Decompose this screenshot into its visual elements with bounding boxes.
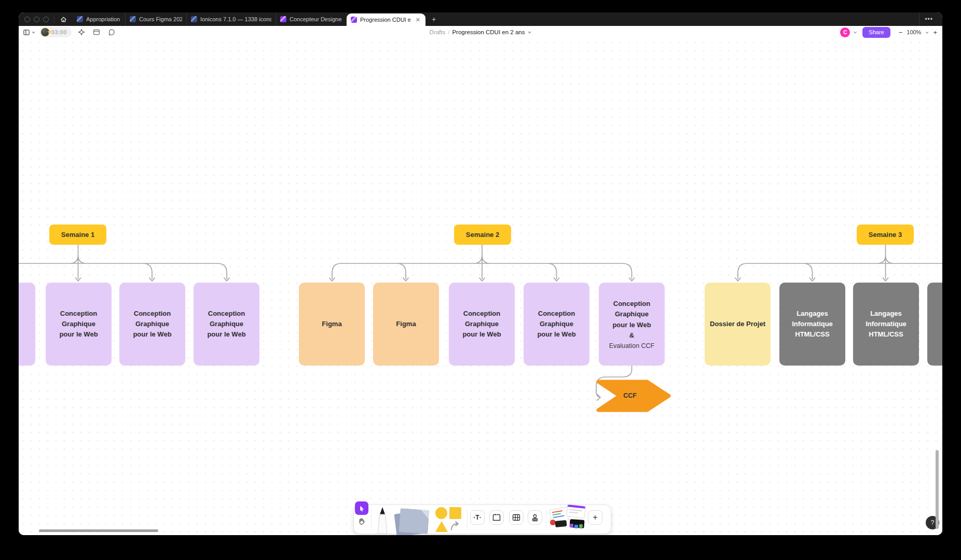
main-menu-button[interactable]	[23, 29, 35, 36]
figjam-canvas[interactable]: Semaine 1 Semaine 2 Semaine 3 Conception…	[19, 38, 942, 535]
table-tool[interactable]	[509, 510, 524, 525]
home-icon	[60, 16, 67, 23]
figma-file-icon	[280, 16, 286, 22]
tab-label: Concepteur Designer UI	[290, 16, 342, 22]
tab-progression-active[interactable]: Progression CDUI en 2 ans ✕	[347, 13, 425, 26]
course-box[interactable]: Langages Informatique HTML/CSS	[779, 283, 845, 366]
week-header-1[interactable]: Semaine 1	[49, 225, 106, 245]
template-thumbnail	[566, 504, 586, 519]
star-icon: ★	[47, 29, 52, 35]
select-tool[interactable]	[355, 501, 368, 515]
close-tab-icon[interactable]: ✕	[415, 17, 421, 23]
shape-tool-triangle[interactable]	[435, 521, 448, 532]
new-tab-button[interactable]: +	[425, 12, 442, 26]
table-icon	[512, 514, 520, 521]
course-box-clipped-left[interactable]	[19, 283, 35, 366]
maximize-window-icon[interactable]	[43, 17, 49, 22]
share-button[interactable]: Share	[862, 27, 890, 38]
browser-window: Appropriation Cours Figma 2023 Ionicons …	[19, 12, 942, 535]
connector-tree-3	[738, 245, 942, 279]
tab-cours-figma[interactable]: Cours Figma 2023	[126, 12, 187, 26]
chevron-down-icon[interactable]	[527, 30, 531, 34]
home-button[interactable]	[54, 12, 73, 26]
week-header-2[interactable]: Semaine 2	[454, 225, 511, 245]
sparkle-icon	[78, 29, 85, 36]
figjam-bottom-toolbar: ·T·	[353, 505, 611, 534]
tab-concepteur[interactable]: Concepteur Designer UI	[276, 12, 347, 26]
divider	[371, 509, 372, 529]
zoom-in-button[interactable]: +	[933, 29, 937, 36]
text-tool[interactable]: ·T·	[470, 510, 485, 525]
sticky-front	[399, 508, 429, 534]
file-title[interactable]: Progression CDUI en 2 ans	[452, 29, 525, 35]
stamp-icon	[531, 514, 539, 522]
chevron-down-icon[interactable]	[853, 30, 857, 34]
blue-chip	[574, 525, 578, 528]
connector-tool[interactable]	[450, 521, 463, 532]
chevron-down-icon[interactable]	[925, 31, 929, 34]
more-tools-button[interactable]: +	[588, 510, 602, 525]
templates-button[interactable]	[91, 27, 102, 37]
section-tool[interactable]	[489, 510, 504, 525]
connector-tree-1	[19, 245, 227, 279]
ccf-callout-label[interactable]: CCF	[616, 392, 643, 399]
vertical-scrollbar[interactable]	[936, 450, 939, 529]
minimize-window-icon[interactable]	[34, 17, 39, 22]
course-box-dossier[interactable]: Dossier de Projet	[705, 283, 771, 366]
camera-sticker	[555, 520, 567, 527]
stamp-tool[interactable]	[528, 510, 542, 525]
zoom-level[interactable]: 100%	[907, 29, 921, 35]
marker-icon	[376, 507, 389, 534]
course-box[interactable]: Conception Graphique pour le Web	[119, 283, 185, 366]
figma-file-icon	[77, 16, 83, 22]
course-box[interactable]: Conception Graphique pour le Web	[194, 283, 259, 366]
tab-appropriation[interactable]: Appropriation	[73, 12, 126, 26]
week-header-3[interactable]: Semaine 3	[857, 225, 914, 245]
divider	[467, 509, 468, 529]
current-user-avatar[interactable]: C	[840, 27, 850, 37]
course-box-clipped-right[interactable]	[927, 283, 942, 366]
course-box[interactable]: Langages Informatique HTML/CSS	[853, 283, 919, 366]
hand-icon	[358, 517, 365, 525]
marker-tool[interactable]	[376, 507, 389, 534]
course-box[interactable]: Conception Graphique pour le Web	[524, 283, 589, 366]
shape-tool-square[interactable]	[449, 507, 461, 519]
breadcrumb: Drafts / Progression CDUI en 2 ans	[430, 26, 532, 38]
window-controls[interactable]	[19, 12, 54, 26]
curved-arrow-icon	[450, 521, 463, 532]
connector-tree-2	[332, 245, 632, 279]
course-box[interactable]: Conception Graphique pour le Web	[46, 283, 112, 366]
template-icon	[93, 29, 100, 36]
tab-ionicons[interactable]: Ionicons 7.1.0 — 1338 icons pack (C	[187, 12, 276, 26]
templates-button[interactable]	[549, 505, 586, 530]
browser-menu-button[interactable]: •••	[919, 12, 938, 26]
timer-chip[interactable]: ★ 03:00	[40, 27, 72, 37]
breadcrumb-folder[interactable]: Drafts	[430, 29, 446, 35]
divider	[546, 509, 546, 529]
avatar: ★	[41, 28, 49, 36]
chevron-down-icon	[32, 31, 35, 34]
horizontal-scrollbar[interactable]	[39, 529, 158, 532]
shape-tool-circle[interactable]	[435, 507, 447, 519]
zoom-out-button[interactable]: −	[899, 29, 903, 36]
ai-actions-button[interactable]	[76, 27, 87, 37]
browser-tab-bar: Appropriation Cours Figma 2023 Ionicons …	[19, 12, 942, 26]
figma-toolbar: ★ 03:00 Drafts	[19, 26, 942, 38]
course-box-figma[interactable]: Figma	[299, 283, 365, 366]
figma-file-icon	[191, 16, 197, 22]
hand-tool[interactable]	[358, 517, 366, 526]
section-icon	[492, 514, 501, 521]
close-window-icon[interactable]	[24, 17, 30, 22]
tab-label: Progression CDUI en 2 ans	[360, 17, 410, 23]
tab-label: Cours Figma 2023	[139, 16, 182, 22]
green-chip	[579, 524, 583, 528]
sticky-note-tool[interactable]	[392, 508, 432, 534]
breadcrumb-separator: /	[448, 29, 449, 35]
cursor-arrow-icon	[359, 505, 365, 512]
course-box-evaluation[interactable]: Conception Graphique pour le Web & Evalu…	[599, 283, 665, 366]
timer-value: 03:00	[51, 29, 67, 35]
course-box-figma[interactable]: Figma	[373, 283, 439, 366]
course-box[interactable]: Conception Graphique pour le Web	[449, 283, 515, 366]
figma-file-icon	[130, 16, 136, 22]
comments-button[interactable]	[106, 27, 117, 37]
